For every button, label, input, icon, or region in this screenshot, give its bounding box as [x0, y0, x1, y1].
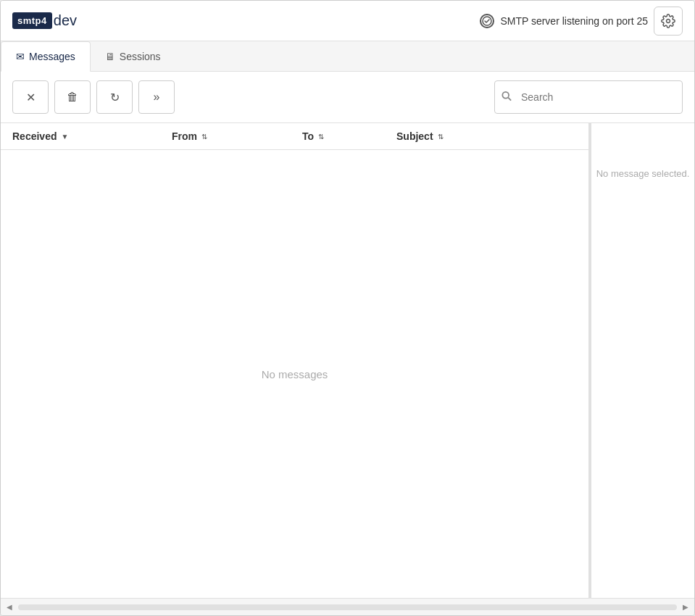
- message-list-panel: Received ▼ From ⇅ To ⇅ Subject ⇅ No m: [1, 123, 589, 598]
- tab-sessions[interactable]: 🖥 Sessions: [91, 41, 175, 71]
- gear-icon: [661, 14, 675, 28]
- app-window: smtp4 dev SMTP server listening on port …: [0, 0, 695, 616]
- detail-panel: No message selected.: [589, 123, 694, 598]
- refresh-icon: ↻: [110, 91, 120, 104]
- svg-point-1: [667, 19, 670, 22]
- col-header-received[interactable]: Received ▼: [12, 130, 172, 142]
- status-check-icon: [480, 14, 494, 28]
- envelope-icon: ✉: [16, 51, 25, 62]
- search-container: [494, 80, 683, 114]
- toolbar: ✕ 🗑 ↻ »: [1, 72, 694, 123]
- header: smtp4 dev SMTP server listening on port …: [1, 1, 694, 41]
- scroll-left-arrow[interactable]: ◀: [4, 602, 15, 613]
- trash-icon: 🗑: [67, 91, 78, 104]
- subject-sort-icon: ⇅: [438, 133, 444, 141]
- scrollbar-area: ◀ ▶: [1, 598, 694, 615]
- delete-button[interactable]: 🗑: [54, 80, 91, 114]
- tab-messages-label: Messages: [29, 51, 75, 62]
- received-label: Received: [12, 130, 57, 142]
- forward-icon: »: [154, 91, 160, 104]
- logo-box: smtp4: [12, 12, 52, 29]
- settings-button[interactable]: [654, 7, 683, 36]
- message-list-empty: No messages: [1, 150, 588, 598]
- monitor-icon: 🖥: [105, 51, 115, 62]
- subject-label: Subject: [396, 130, 433, 142]
- logo-text: dev: [54, 12, 77, 29]
- from-sort-icon: ⇅: [201, 133, 207, 141]
- received-sort-icon: ▼: [61, 133, 68, 141]
- col-header-from[interactable]: From ⇅: [172, 130, 302, 142]
- clear-icon: ✕: [26, 91, 36, 104]
- search-input[interactable]: [494, 80, 683, 114]
- scroll-right-arrow[interactable]: ▶: [680, 602, 691, 613]
- col-header-subject[interactable]: Subject ⇅: [396, 130, 577, 142]
- to-label: To: [302, 130, 314, 142]
- logo: smtp4 dev: [12, 12, 77, 29]
- from-label: From: [172, 130, 197, 142]
- clear-button[interactable]: ✕: [12, 80, 49, 114]
- main-content: Received ▼ From ⇅ To ⇅ Subject ⇅ No m: [1, 123, 694, 598]
- tab-messages[interactable]: ✉ Messages: [1, 41, 91, 72]
- tab-sessions-label: Sessions: [120, 51, 161, 62]
- forward-button[interactable]: »: [138, 80, 175, 114]
- tabs: ✉ Messages 🖥 Sessions: [1, 41, 694, 72]
- no-messages-text: No messages: [262, 368, 328, 380]
- table-header: Received ▼ From ⇅ To ⇅ Subject ⇅: [1, 123, 588, 150]
- to-sort-icon: ⇅: [318, 133, 324, 141]
- col-header-to[interactable]: To ⇅: [302, 130, 396, 142]
- no-message-selected-text: No message selected.: [596, 167, 690, 181]
- scroll-track[interactable]: [18, 604, 677, 610]
- status-text: SMTP server listening on port 25: [500, 15, 648, 27]
- refresh-button[interactable]: ↻: [96, 80, 133, 114]
- header-status: SMTP server listening on port 25: [480, 7, 683, 36]
